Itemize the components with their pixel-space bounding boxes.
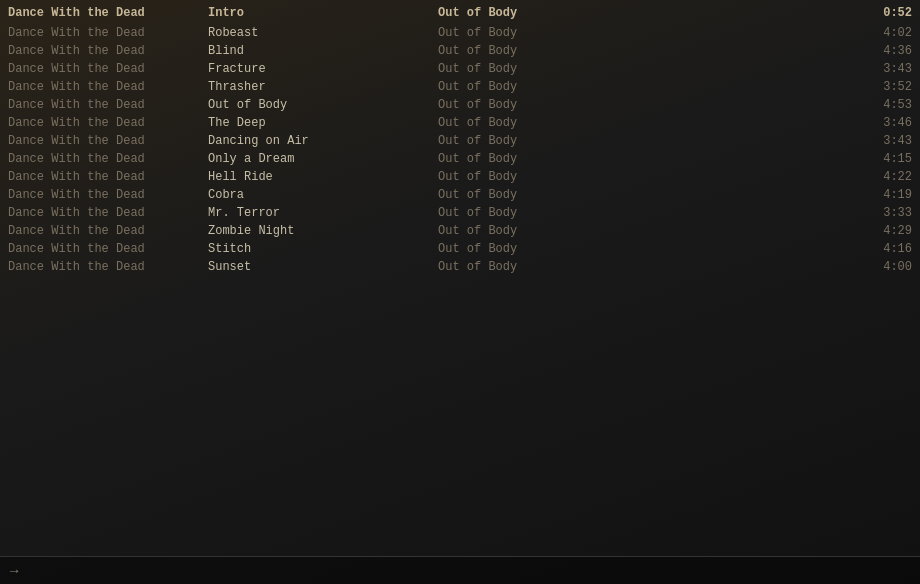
table-row[interactable]: Dance With the DeadHell RideOut of Body4… xyxy=(0,168,920,186)
track-title: Fracture xyxy=(208,62,438,76)
track-title: Robeast xyxy=(208,26,438,40)
track-artist: Dance With the Dead xyxy=(8,188,208,202)
track-title: Hell Ride xyxy=(208,170,438,184)
track-artist: Dance With the Dead xyxy=(8,26,208,40)
track-duration: 3:43 xyxy=(852,134,912,148)
header-title: Intro xyxy=(208,6,438,20)
track-duration: 4:53 xyxy=(852,98,912,112)
table-row[interactable]: Dance With the DeadMr. TerrorOut of Body… xyxy=(0,204,920,222)
table-row[interactable]: Dance With the DeadCobraOut of Body4:19 xyxy=(0,186,920,204)
track-title: Blind xyxy=(208,44,438,58)
track-artist: Dance With the Dead xyxy=(8,80,208,94)
track-title: Sunset xyxy=(208,260,438,274)
header-album: Out of Body xyxy=(438,6,852,20)
track-artist: Dance With the Dead xyxy=(8,152,208,166)
track-title: Stitch xyxy=(208,242,438,256)
track-album: Out of Body xyxy=(438,80,852,94)
track-duration: 3:33 xyxy=(852,206,912,220)
track-duration: 4:19 xyxy=(852,188,912,202)
track-duration: 4:16 xyxy=(852,242,912,256)
bottom-bar: → xyxy=(0,556,920,584)
table-row[interactable]: Dance With the DeadThrasherOut of Body3:… xyxy=(0,78,920,96)
track-album: Out of Body xyxy=(438,26,852,40)
track-album: Out of Body xyxy=(438,152,852,166)
table-row[interactable]: Dance With the DeadStitchOut of Body4:16 xyxy=(0,240,920,258)
track-album: Out of Body xyxy=(438,44,852,58)
track-title: The Deep xyxy=(208,116,438,130)
track-duration: 4:36 xyxy=(852,44,912,58)
table-row[interactable]: Dance With the DeadBlindOut of Body4:36 xyxy=(0,42,920,60)
track-artist: Dance With the Dead xyxy=(8,62,208,76)
track-duration: 3:43 xyxy=(852,62,912,76)
header-duration: 0:52 xyxy=(852,6,912,20)
track-list-header: Dance With the Dead Intro Out of Body 0:… xyxy=(0,4,920,22)
track-artist: Dance With the Dead xyxy=(8,44,208,58)
track-artist: Dance With the Dead xyxy=(8,134,208,148)
track-artist: Dance With the Dead xyxy=(8,206,208,220)
track-album: Out of Body xyxy=(438,62,852,76)
table-row[interactable]: Dance With the DeadRobeastOut of Body4:0… xyxy=(0,24,920,42)
track-duration: 4:00 xyxy=(852,260,912,274)
track-album: Out of Body xyxy=(438,98,852,112)
track-title: Cobra xyxy=(208,188,438,202)
track-title: Only a Dream xyxy=(208,152,438,166)
track-title: Out of Body xyxy=(208,98,438,112)
track-album: Out of Body xyxy=(438,134,852,148)
header-artist: Dance With the Dead xyxy=(8,6,208,20)
table-row[interactable]: Dance With the DeadFractureOut of Body3:… xyxy=(0,60,920,78)
track-title: Mr. Terror xyxy=(208,206,438,220)
track-album: Out of Body xyxy=(438,206,852,220)
track-artist: Dance With the Dead xyxy=(8,98,208,112)
track-artist: Dance With the Dead xyxy=(8,242,208,256)
track-album: Out of Body xyxy=(438,260,852,274)
table-row[interactable]: Dance With the DeadThe DeepOut of Body3:… xyxy=(0,114,920,132)
track-album: Out of Body xyxy=(438,188,852,202)
track-duration: 4:15 xyxy=(852,152,912,166)
track-album: Out of Body xyxy=(438,224,852,238)
track-album: Out of Body xyxy=(438,116,852,130)
track-title: Zombie Night xyxy=(208,224,438,238)
track-title: Thrasher xyxy=(208,80,438,94)
track-artist: Dance With the Dead xyxy=(8,116,208,130)
arrow-icon: → xyxy=(10,563,18,579)
table-row[interactable]: Dance With the DeadZombie NightOut of Bo… xyxy=(0,222,920,240)
table-row[interactable]: Dance With the DeadOnly a DreamOut of Bo… xyxy=(0,150,920,168)
track-duration: 3:52 xyxy=(852,80,912,94)
track-album: Out of Body xyxy=(438,170,852,184)
track-duration: 4:29 xyxy=(852,224,912,238)
table-row[interactable]: Dance With the DeadOut of BodyOut of Bod… xyxy=(0,96,920,114)
track-artist: Dance With the Dead xyxy=(8,224,208,238)
track-duration: 4:22 xyxy=(852,170,912,184)
track-title: Dancing on Air xyxy=(208,134,438,148)
track-list: Dance With the Dead Intro Out of Body 0:… xyxy=(0,0,920,280)
track-artist: Dance With the Dead xyxy=(8,260,208,274)
track-artist: Dance With the Dead xyxy=(8,170,208,184)
track-album: Out of Body xyxy=(438,242,852,256)
track-duration: 3:46 xyxy=(852,116,912,130)
table-row[interactable]: Dance With the DeadDancing on AirOut of … xyxy=(0,132,920,150)
track-duration: 4:02 xyxy=(852,26,912,40)
table-row[interactable]: Dance With the DeadSunsetOut of Body4:00 xyxy=(0,258,920,276)
